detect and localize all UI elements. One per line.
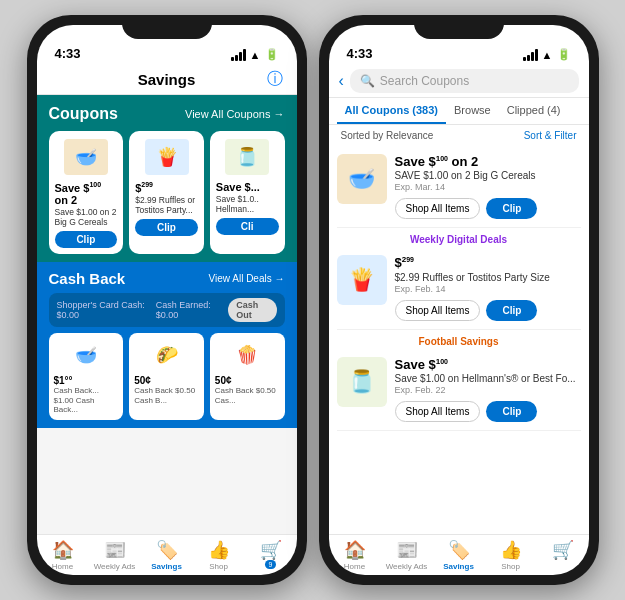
savings-label-left: Savings	[151, 562, 182, 571]
list-item-inner-2: 🫙 Save $100 Save $1.00 on Hellmann's® or…	[337, 357, 581, 422]
left-phone: 4:33 ▲ 🔋 Savings ⓘ Coupons	[27, 15, 307, 585]
home-label-left: Home	[52, 562, 73, 571]
savings-label-right: Savings	[443, 562, 474, 571]
list-info-1: $299 $2.99 Ruffles or Tostitos Party Siz…	[395, 255, 581, 320]
coupon-img-2: 🫙	[216, 137, 279, 177]
right-screen: 4:33 ▲ 🔋 ‹ 🔍 Search Coupons All	[329, 25, 589, 575]
sort-row: Sorted by Relevance Sort & Filter	[329, 125, 589, 146]
list-save-2: Save $100	[395, 357, 581, 372]
list-actions-1: Shop All Items Clip	[395, 300, 581, 321]
savings-icon-left: 🏷️	[156, 539, 178, 561]
cashback-img-1: 🌮	[134, 338, 199, 372]
list-exp-0: Exp. Mar. 14	[395, 182, 581, 192]
nav-weekly-right[interactable]: 📰 Weekly Ads	[381, 539, 433, 571]
battery-icon: 🔋	[265, 48, 279, 61]
coupons-section: Coupons View All Coupons → 🥣 Save $100 o…	[37, 95, 297, 262]
sort-filter-btn[interactable]: Sort & Filter	[524, 130, 577, 141]
list-actions-0: Shop All Items Clip	[395, 198, 581, 219]
tab-all-coupons[interactable]: All Coupons (383)	[337, 98, 447, 124]
wifi-icon-right: ▲	[542, 49, 553, 61]
coupon-card-1: 🍟 $299 $2.99 Ruffles orTostitos Party...…	[129, 131, 204, 254]
cashback-cards: 🥣 $1°° Cash Back... $1.00 Cash Back... 🌮…	[49, 333, 285, 420]
cashback-price-0: $1°°	[54, 375, 119, 386]
cash-bar: Shopper's Card Cash: $0.00 Cash Earned: …	[49, 293, 285, 327]
nav-shop-right[interactable]: 👍 Shop	[485, 539, 537, 571]
list-item-inner-0: 🥣 Save $100 on 2 SAVE $1.00 on 2 Big G C…	[337, 154, 581, 219]
list-item-1: 🍟 $299 $2.99 Ruffles or Tostitos Party S…	[337, 247, 581, 329]
nav-cart-right[interactable]: 🛒	[537, 539, 589, 571]
cart-badge-left: 9	[265, 560, 277, 569]
list-item-inner-1: 🍟 $299 $2.99 Ruffles or Tostitos Party S…	[337, 255, 581, 320]
tabs-row: All Coupons (383) Browse Clipped (4)	[329, 98, 589, 125]
back-arrow[interactable]: ‹	[339, 72, 344, 90]
list-info-2: Save $100 Save $1.00 on Hellmann's® or B…	[395, 357, 581, 422]
list-img-1: 🍟	[337, 255, 387, 305]
list-save-0: Save $100 on 2	[395, 154, 581, 169]
left-content: Coupons View All Coupons → 🥣 Save $100 o…	[37, 95, 297, 575]
shopper-card-label: Shopper's Card Cash: $0.00	[57, 300, 148, 320]
shop-btn-0[interactable]: Shop All Items	[395, 198, 481, 219]
list-item-0: 🥣 Save $100 on 2 SAVE $1.00 on 2 Big G C…	[337, 146, 581, 228]
clip-sm-btn-0[interactable]: Clip	[486, 198, 537, 219]
coupon-img-1: 🍟	[135, 137, 198, 177]
tab-browse[interactable]: Browse	[446, 98, 499, 124]
nav-weekly-left[interactable]: 📰 Weekly Ads	[89, 539, 141, 571]
cash-out-btn[interactable]: Cash Out	[228, 298, 276, 322]
cart-icon-right: 🛒	[552, 539, 574, 561]
nav-shop-left[interactable]: 👍 Shop	[193, 539, 245, 571]
clip-sm-btn-2[interactable]: Clip	[486, 401, 537, 422]
clip-btn-0[interactable]: Clip	[55, 231, 118, 248]
shop-btn-1[interactable]: Shop All Items	[395, 300, 481, 321]
savings-icon-right: 🏷️	[448, 539, 470, 561]
coupon-price-0: Save $100 on 2	[55, 181, 118, 206]
coupons-header: Coupons View All Coupons →	[49, 105, 285, 123]
cashback-header: Cash Back View All Deals →	[49, 270, 285, 287]
shop-icon-right: 👍	[500, 539, 522, 561]
nav-cart-left[interactable]: 🛒 9	[245, 539, 297, 571]
list-desc-2: Save $1.00 on Hellmann's® or Best Fo...	[395, 373, 581, 384]
list-img-2: 🫙	[337, 357, 387, 407]
list-desc-1: $2.99 Ruffles or Tostitos Party Size	[395, 272, 581, 283]
search-input-box[interactable]: 🔍 Search Coupons	[350, 69, 579, 93]
weekly-icon-left: 📰	[104, 539, 126, 561]
cashback-card-2: 🍿 50¢ Cash Back $0.50 Cas...	[210, 333, 285, 420]
list-desc-0: SAVE $1.00 on 2 Big G Cereals	[395, 170, 581, 181]
list-exp-1: Exp. Feb. 14	[395, 284, 581, 294]
sort-text: Sorted by Relevance	[341, 130, 434, 141]
cashback-section: Cash Back View All Deals → Shopper's Car…	[37, 262, 297, 428]
shop-label-right: Shop	[501, 562, 520, 571]
notch-right	[414, 15, 504, 39]
tab-clipped[interactable]: Clipped (4)	[499, 98, 569, 124]
nav-savings-right[interactable]: 🏷️ Savings	[433, 539, 485, 571]
section-label-weekly: Weekly Digital Deals	[337, 228, 581, 247]
cash-earned-label: Cash Earned: $0.00	[156, 300, 221, 320]
coupon-desc-2: Save $1.0..Hellman...	[216, 194, 259, 214]
clip-btn-1[interactable]: Clip	[135, 219, 198, 236]
coupon-card-2: 🫙 Save $... Save $1.0..Hellman... Cli	[210, 131, 285, 254]
view-all-deals[interactable]: View All Deals →	[209, 273, 285, 284]
list-info-0: Save $100 on 2 SAVE $1.00 on 2 Big G Cer…	[395, 154, 581, 219]
coupon-card-0: 🥣 Save $100 on 2 Save $1.00 on 2Big G Ce…	[49, 131, 124, 254]
battery-icon-right: 🔋	[557, 48, 571, 61]
cashback-price-1: 50¢	[134, 375, 199, 386]
coupon-price-1: $299	[135, 181, 153, 194]
left-screen: 4:33 ▲ 🔋 Savings ⓘ Coupons	[37, 25, 297, 575]
nav-savings-left[interactable]: 🏷️ Savings	[141, 539, 193, 571]
page-header-left: Savings ⓘ	[37, 65, 297, 95]
list-img-0: 🥣	[337, 154, 387, 204]
coupons-title: Coupons	[49, 105, 118, 123]
nav-home-left[interactable]: 🏠 Home	[37, 539, 89, 571]
coupon-cards: 🥣 Save $100 on 2 Save $1.00 on 2Big G Ce…	[49, 131, 285, 254]
coupon-price-2: Save $...	[216, 181, 260, 193]
shop-btn-2[interactable]: Shop All Items	[395, 401, 481, 422]
time-left: 4:33	[55, 46, 81, 61]
page-title-left: Savings	[138, 71, 196, 88]
view-all-coupons[interactable]: View All Coupons →	[185, 108, 284, 120]
info-icon[interactable]: ⓘ	[267, 69, 283, 90]
nav-home-right[interactable]: 🏠 Home	[329, 539, 381, 571]
cashback-img-2: 🍿	[215, 338, 280, 372]
clip-sm-btn-1[interactable]: Clip	[486, 300, 537, 321]
cashback-price-2: 50¢	[215, 375, 280, 386]
clip-btn-2[interactable]: Cli	[216, 218, 279, 235]
list-exp-2: Exp. Feb. 22	[395, 385, 581, 395]
